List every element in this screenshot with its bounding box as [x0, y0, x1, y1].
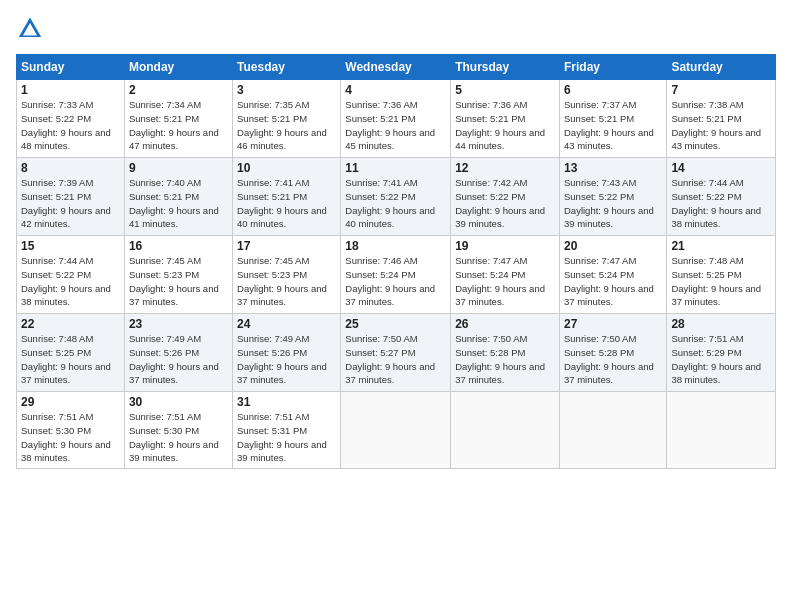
calendar-cell: 7 Sunrise: 7:38 AMSunset: 5:21 PMDayligh… — [667, 80, 776, 158]
calendar-cell: 28 Sunrise: 7:51 AMSunset: 5:29 PMDaylig… — [667, 314, 776, 392]
day-number: 19 — [455, 239, 555, 253]
day-info: Sunrise: 7:51 AMSunset: 5:29 PMDaylight:… — [671, 333, 761, 385]
day-number: 5 — [455, 83, 555, 97]
day-info: Sunrise: 7:34 AMSunset: 5:21 PMDaylight:… — [129, 99, 219, 151]
day-info: Sunrise: 7:45 AMSunset: 5:23 PMDaylight:… — [129, 255, 219, 307]
calendar-cell — [341, 392, 451, 469]
day-number: 14 — [671, 161, 771, 175]
calendar-cell: 14 Sunrise: 7:44 AMSunset: 5:22 PMDaylig… — [667, 158, 776, 236]
day-number: 4 — [345, 83, 446, 97]
calendar-cell: 19 Sunrise: 7:47 AMSunset: 5:24 PMDaylig… — [451, 236, 560, 314]
calendar-cell: 16 Sunrise: 7:45 AMSunset: 5:23 PMDaylig… — [124, 236, 232, 314]
calendar-cell: 25 Sunrise: 7:50 AMSunset: 5:27 PMDaylig… — [341, 314, 451, 392]
calendar-cell: 29 Sunrise: 7:51 AMSunset: 5:30 PMDaylig… — [17, 392, 125, 469]
day-number: 16 — [129, 239, 228, 253]
calendar-cell: 4 Sunrise: 7:36 AMSunset: 5:21 PMDayligh… — [341, 80, 451, 158]
day-number: 1 — [21, 83, 120, 97]
day-info: Sunrise: 7:35 AMSunset: 5:21 PMDaylight:… — [237, 99, 327, 151]
calendar-header-sunday: Sunday — [17, 55, 125, 80]
calendar-header-thursday: Thursday — [451, 55, 560, 80]
day-number: 21 — [671, 239, 771, 253]
day-info: Sunrise: 7:38 AMSunset: 5:21 PMDaylight:… — [671, 99, 761, 151]
day-number: 31 — [237, 395, 336, 409]
day-info: Sunrise: 7:47 AMSunset: 5:24 PMDaylight:… — [455, 255, 545, 307]
day-info: Sunrise: 7:33 AMSunset: 5:22 PMDaylight:… — [21, 99, 111, 151]
day-info: Sunrise: 7:40 AMSunset: 5:21 PMDaylight:… — [129, 177, 219, 229]
day-info: Sunrise: 7:46 AMSunset: 5:24 PMDaylight:… — [345, 255, 435, 307]
calendar-cell: 15 Sunrise: 7:44 AMSunset: 5:22 PMDaylig… — [17, 236, 125, 314]
day-info: Sunrise: 7:50 AMSunset: 5:28 PMDaylight:… — [564, 333, 654, 385]
day-info: Sunrise: 7:44 AMSunset: 5:22 PMDaylight:… — [21, 255, 111, 307]
calendar-cell: 17 Sunrise: 7:45 AMSunset: 5:23 PMDaylig… — [233, 236, 341, 314]
calendar-cell — [667, 392, 776, 469]
day-number: 24 — [237, 317, 336, 331]
calendar-header-friday: Friday — [559, 55, 666, 80]
day-number: 13 — [564, 161, 662, 175]
day-number: 7 — [671, 83, 771, 97]
calendar-cell: 8 Sunrise: 7:39 AMSunset: 5:21 PMDayligh… — [17, 158, 125, 236]
day-number: 2 — [129, 83, 228, 97]
calendar-cell: 18 Sunrise: 7:46 AMSunset: 5:24 PMDaylig… — [341, 236, 451, 314]
day-number: 28 — [671, 317, 771, 331]
calendar-cell: 20 Sunrise: 7:47 AMSunset: 5:24 PMDaylig… — [559, 236, 666, 314]
day-number: 15 — [21, 239, 120, 253]
calendar-cell: 2 Sunrise: 7:34 AMSunset: 5:21 PMDayligh… — [124, 80, 232, 158]
day-number: 22 — [21, 317, 120, 331]
calendar-cell: 9 Sunrise: 7:40 AMSunset: 5:21 PMDayligh… — [124, 158, 232, 236]
logo-icon — [16, 16, 44, 44]
calendar-table: SundayMondayTuesdayWednesdayThursdayFrid… — [16, 54, 776, 469]
calendar-cell: 31 Sunrise: 7:51 AMSunset: 5:31 PMDaylig… — [233, 392, 341, 469]
day-info: Sunrise: 7:37 AMSunset: 5:21 PMDaylight:… — [564, 99, 654, 151]
logo — [16, 16, 48, 44]
day-info: Sunrise: 7:49 AMSunset: 5:26 PMDaylight:… — [129, 333, 219, 385]
calendar-cell: 3 Sunrise: 7:35 AMSunset: 5:21 PMDayligh… — [233, 80, 341, 158]
day-info: Sunrise: 7:48 AMSunset: 5:25 PMDaylight:… — [21, 333, 111, 385]
calendar-cell: 10 Sunrise: 7:41 AMSunset: 5:21 PMDaylig… — [233, 158, 341, 236]
day-number: 17 — [237, 239, 336, 253]
calendar-cell: 26 Sunrise: 7:50 AMSunset: 5:28 PMDaylig… — [451, 314, 560, 392]
day-info: Sunrise: 7:42 AMSunset: 5:22 PMDaylight:… — [455, 177, 545, 229]
calendar-cell: 1 Sunrise: 7:33 AMSunset: 5:22 PMDayligh… — [17, 80, 125, 158]
day-info: Sunrise: 7:43 AMSunset: 5:22 PMDaylight:… — [564, 177, 654, 229]
day-number: 26 — [455, 317, 555, 331]
day-info: Sunrise: 7:51 AMSunset: 5:31 PMDaylight:… — [237, 411, 327, 463]
calendar-cell: 13 Sunrise: 7:43 AMSunset: 5:22 PMDaylig… — [559, 158, 666, 236]
day-info: Sunrise: 7:50 AMSunset: 5:27 PMDaylight:… — [345, 333, 435, 385]
calendar-cell: 6 Sunrise: 7:37 AMSunset: 5:21 PMDayligh… — [559, 80, 666, 158]
day-number: 18 — [345, 239, 446, 253]
day-number: 25 — [345, 317, 446, 331]
day-info: Sunrise: 7:51 AMSunset: 5:30 PMDaylight:… — [21, 411, 111, 463]
day-number: 20 — [564, 239, 662, 253]
calendar-cell: 12 Sunrise: 7:42 AMSunset: 5:22 PMDaylig… — [451, 158, 560, 236]
day-info: Sunrise: 7:50 AMSunset: 5:28 PMDaylight:… — [455, 333, 545, 385]
day-info: Sunrise: 7:36 AMSunset: 5:21 PMDaylight:… — [455, 99, 545, 151]
calendar-cell: 27 Sunrise: 7:50 AMSunset: 5:28 PMDaylig… — [559, 314, 666, 392]
calendar-cell — [559, 392, 666, 469]
page-header — [16, 16, 776, 44]
day-info: Sunrise: 7:47 AMSunset: 5:24 PMDaylight:… — [564, 255, 654, 307]
day-number: 27 — [564, 317, 662, 331]
day-number: 8 — [21, 161, 120, 175]
day-info: Sunrise: 7:36 AMSunset: 5:21 PMDaylight:… — [345, 99, 435, 151]
page-container: SundayMondayTuesdayWednesdayThursdayFrid… — [0, 0, 792, 612]
calendar-cell: 22 Sunrise: 7:48 AMSunset: 5:25 PMDaylig… — [17, 314, 125, 392]
day-number: 30 — [129, 395, 228, 409]
day-number: 9 — [129, 161, 228, 175]
calendar-cell: 21 Sunrise: 7:48 AMSunset: 5:25 PMDaylig… — [667, 236, 776, 314]
day-info: Sunrise: 7:41 AMSunset: 5:21 PMDaylight:… — [237, 177, 327, 229]
day-number: 12 — [455, 161, 555, 175]
calendar-cell: 11 Sunrise: 7:41 AMSunset: 5:22 PMDaylig… — [341, 158, 451, 236]
calendar-cell: 30 Sunrise: 7:51 AMSunset: 5:30 PMDaylig… — [124, 392, 232, 469]
calendar-cell — [451, 392, 560, 469]
day-number: 23 — [129, 317, 228, 331]
calendar-header-saturday: Saturday — [667, 55, 776, 80]
day-number: 3 — [237, 83, 336, 97]
calendar-header-row: SundayMondayTuesdayWednesdayThursdayFrid… — [17, 55, 776, 80]
day-number: 6 — [564, 83, 662, 97]
calendar-cell: 24 Sunrise: 7:49 AMSunset: 5:26 PMDaylig… — [233, 314, 341, 392]
day-number: 10 — [237, 161, 336, 175]
day-number: 11 — [345, 161, 446, 175]
day-info: Sunrise: 7:49 AMSunset: 5:26 PMDaylight:… — [237, 333, 327, 385]
day-info: Sunrise: 7:48 AMSunset: 5:25 PMDaylight:… — [671, 255, 761, 307]
calendar-header-monday: Monday — [124, 55, 232, 80]
